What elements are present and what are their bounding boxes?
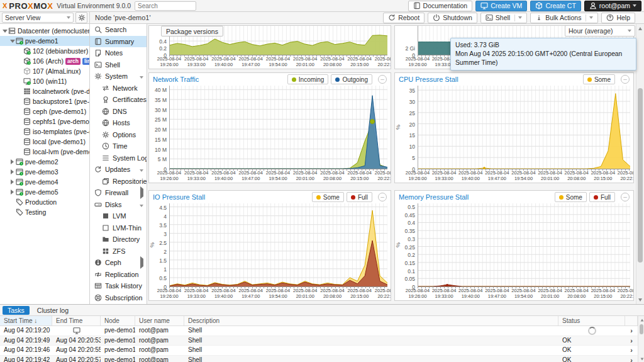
tasks-scrollbar[interactable] <box>638 316 644 362</box>
nav-item-directory[interactable]: Directory <box>90 234 147 246</box>
nav-item-options[interactable]: Options <box>90 129 147 141</box>
tree-item-pve-demo4[interactable]: pve-demo4 <box>0 177 89 187</box>
nav-item-network[interactable]: Network <box>90 82 147 94</box>
scroll-down-arrow[interactable] <box>636 296 644 303</box>
nav-item-notes[interactable]: Notes <box>90 47 147 59</box>
expand-row-icon[interactable]: › <box>625 346 638 355</box>
scrollbar-thumb[interactable] <box>640 324 643 334</box>
nav-item-time[interactable]: Time <box>90 140 147 152</box>
tree-item-production[interactable]: Production <box>0 197 89 207</box>
expand-row-icon[interactable]: › <box>625 356 638 362</box>
legend-incoming[interactable]: Incoming <box>287 74 329 84</box>
legend-some[interactable]: Some <box>312 192 344 202</box>
nav-item-lvm-thin[interactable]: LVM-Thin <box>90 222 147 234</box>
nav-item-system-log[interactable]: System Log <box>90 152 147 164</box>
task-row-2[interactable]: Aug 04 20:19:49Aug 04 20:20:53pve-demo1r… <box>0 336 644 346</box>
column-header-node[interactable]: Node <box>101 316 135 325</box>
nav-item-lvm[interactable]: LVM <box>90 210 147 222</box>
nav-item-updates[interactable]: Updates <box>90 164 147 176</box>
tree-item-pve-demo3[interactable]: pve-demo3 <box>0 167 89 177</box>
legend-some[interactable]: Some <box>583 74 615 84</box>
chart-plot-network-traffic[interactable] <box>169 86 387 169</box>
shutdown-button[interactable]: Shutdown <box>428 13 477 23</box>
tree-item-backupstore1-pve-demo1[interactable]: backupstore1 (pve-demo1) <box>0 96 89 106</box>
collapse-panel-icon[interactable]: – <box>378 75 387 84</box>
task-row-3[interactable]: Aug 04 20:19:46Aug 04 20:20:55pve-demo1r… <box>0 346 644 356</box>
nav-item-repositories[interactable]: Repositories <box>90 176 147 188</box>
tree-item-106-arch[interactable]: 106 (Arch)archlinux <box>0 56 89 66</box>
tab-cluster-log[interactable]: Cluster log <box>32 306 74 315</box>
collapse-panel-icon[interactable]: – <box>621 193 630 201</box>
shell-button[interactable]: Shell <box>480 13 527 23</box>
scroll-up-arrow[interactable] <box>636 25 644 32</box>
user-menu-button[interactable]: root@pam <box>584 1 641 11</box>
tree-item-pve-demo1[interactable]: pve-demo1 <box>0 36 89 46</box>
tree-item-107-almalinux[interactable]: 107 (AlmaLinux) <box>0 66 89 76</box>
tree-item-102-debianbuster[interactable]: 102 (debianbuster)deblinux <box>0 46 89 56</box>
package-versions-button[interactable]: Package versions <box>161 26 223 37</box>
nav-item-certificates[interactable]: Certificates <box>90 94 147 106</box>
nav-item-task-history[interactable]: Task History <box>90 280 147 292</box>
column-header-end-time[interactable]: End Time <box>52 316 101 325</box>
tree-item-testing[interactable]: Testing <box>0 207 89 217</box>
nav-item-system[interactable]: System <box>90 71 147 82</box>
nav-item-shell[interactable]: Shell <box>90 59 147 71</box>
nav-item-dns[interactable]: DNS <box>90 106 147 118</box>
create-ct-button[interactable]: Create CT <box>530 1 580 11</box>
task-row-1[interactable]: Aug 04 20:19:20pve-demo1root@pamShell› <box>0 326 644 336</box>
scroll-up-arrow[interactable] <box>638 316 644 324</box>
column-header-user-name[interactable]: User name <box>135 316 184 325</box>
tree-item-cephfs1-pve-demo1[interactable]: cephfs1 (pve-demo1) <box>0 116 89 127</box>
bulk-actions-button[interactable]: Bulk Actions <box>530 13 598 23</box>
nav-item-summary[interactable]: Summary <box>90 36 147 48</box>
legend-some[interactable]: Some <box>555 192 587 202</box>
column-header-status[interactable]: Status <box>558 316 625 325</box>
documentation-button[interactable]: Documentation <box>408 1 473 11</box>
task-row-4[interactable]: Aug 04 20:19:42Aug 04 20:20:57pve-demo1r… <box>0 356 644 362</box>
tree-item-localnetwork-pve-demo1[interactable]: localnetwork (pve-demo1) <box>0 86 89 96</box>
view-selector[interactable]: Server View <box>2 13 74 23</box>
tree-item-pve-demo2[interactable]: pve-demo2 <box>0 157 89 167</box>
nav-item-subscription[interactable]: Subscription <box>90 292 147 304</box>
reboot-button[interactable]: Reboot <box>383 13 425 23</box>
legend-outgoing[interactable]: Outgoing <box>331 74 372 84</box>
tree-item-local-lvm-pve-demo1[interactable]: local-lvm (pve-demo1) <box>0 147 89 157</box>
tab-tasks[interactable]: Tasks <box>3 306 30 315</box>
expand-row-icon[interactable]: › <box>625 336 638 346</box>
tree-item-datacenter-democluster[interactable]: Datacenter (democluster) <box>0 26 89 36</box>
tree-settings-button[interactable] <box>75 12 87 23</box>
tree-item-100-win11[interactable]: 100 (win11) <box>0 76 89 86</box>
legend-full[interactable]: Full <box>589 192 615 202</box>
tree-item-ceph-pve-demo1[interactable]: ceph (pve-demo1) <box>0 106 89 116</box>
help-button[interactable]: Help <box>601 13 635 23</box>
legend-full[interactable]: Full <box>347 192 372 202</box>
scrollbar-thumb[interactable] <box>638 88 643 263</box>
chart-plot-cpu-pressure[interactable] <box>418 86 630 169</box>
content-scrollbar[interactable] <box>636 24 644 304</box>
y-tick-label: 5 <box>412 155 415 161</box>
nav-item-replication[interactable]: Replication <box>90 269 147 281</box>
nav-item-hosts[interactable]: Hosts <box>90 117 147 129</box>
scroll-down-arrow[interactable] <box>638 355 644 362</box>
nav-item-search[interactable]: Search <box>90 24 147 36</box>
chart-plot-io-pressure[interactable] <box>169 203 387 287</box>
collapse-panel-icon[interactable]: – <box>621 75 630 84</box>
create-vm-button[interactable]: Create VM <box>475 1 527 11</box>
global-search-input[interactable] <box>135 1 196 11</box>
time-range-select[interactable]: Hour (average) <box>565 25 635 37</box>
task-cell: Aug 04 20:19:20 <box>0 326 52 336</box>
nav-item-zfs[interactable]: ZFS <box>90 246 147 257</box>
tree-item-pve-demo5[interactable]: pve-demo5 <box>0 187 89 197</box>
tree-item-iso-templates-pve-demo1[interactable]: iso-templates (pve-demo1) <box>0 127 89 137</box>
expand-row-icon[interactable]: › <box>625 326 638 336</box>
collapse-panel-icon[interactable]: – <box>378 193 387 201</box>
nav-item-firewall[interactable]: Firewall <box>90 187 147 199</box>
column-header-start-time[interactable]: Start Time ↓ <box>0 316 52 325</box>
column-header-description[interactable]: Description <box>184 316 558 325</box>
chart-plot-memory-pressure[interactable] <box>418 203 630 287</box>
chart-memory-pressure: Memory Pressure StallSomeFull–00.050.10.… <box>394 190 634 301</box>
nav-item-disks[interactable]: Disks <box>90 199 147 211</box>
tree-item-local-pve-demo1[interactable]: local (pve-demo1) <box>0 137 89 147</box>
nav-item-ceph[interactable]: Ceph <box>90 257 147 269</box>
y-tick-label: 0.2 <box>159 45 167 52</box>
